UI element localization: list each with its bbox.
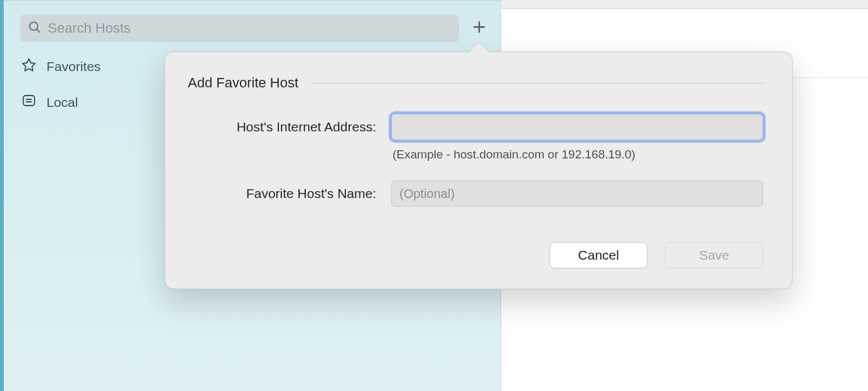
popover-title-separator bbox=[311, 83, 763, 84]
sidebar-item-label: Favorites bbox=[46, 59, 100, 74]
address-hint: (Example - host.domain.com or 192.168.19… bbox=[391, 145, 763, 175]
search-input[interactable] bbox=[48, 20, 452, 36]
add-favorite-host-popover: Add Favorite Host Host's Internet Addres… bbox=[165, 52, 793, 289]
sidebar-item-label: Local bbox=[46, 95, 78, 110]
address-label: Host's Internet Address: bbox=[188, 119, 376, 135]
main-header-strip bbox=[501, 0, 868, 9]
add-host-button[interactable] bbox=[468, 17, 491, 40]
popover-button-row: Cancel Save bbox=[188, 242, 763, 268]
svg-rect-5 bbox=[23, 96, 35, 106]
popover-header: Add Favorite Host bbox=[188, 75, 763, 91]
svg-line-1 bbox=[36, 29, 40, 32]
save-button[interactable]: Save bbox=[665, 242, 763, 268]
add-host-form: Host's Internet Address: (Example - host… bbox=[188, 114, 763, 207]
host-address-input[interactable] bbox=[391, 114, 763, 140]
star-icon bbox=[21, 57, 36, 75]
app-window: Favorites Local Add Favorite Host bbox=[0, 0, 868, 391]
local-panel-icon bbox=[21, 93, 36, 111]
sidebar-toolbar bbox=[4, 1, 501, 42]
host-name-label: Favorite Host's Name: bbox=[188, 186, 376, 201]
popover-title: Add Favorite Host bbox=[188, 75, 298, 91]
search-field-container[interactable] bbox=[20, 14, 459, 42]
svg-marker-4 bbox=[23, 59, 35, 71]
search-icon bbox=[28, 20, 41, 36]
host-name-input[interactable] bbox=[391, 180, 763, 207]
cancel-button[interactable]: Cancel bbox=[550, 242, 648, 268]
plus-icon bbox=[472, 19, 487, 37]
